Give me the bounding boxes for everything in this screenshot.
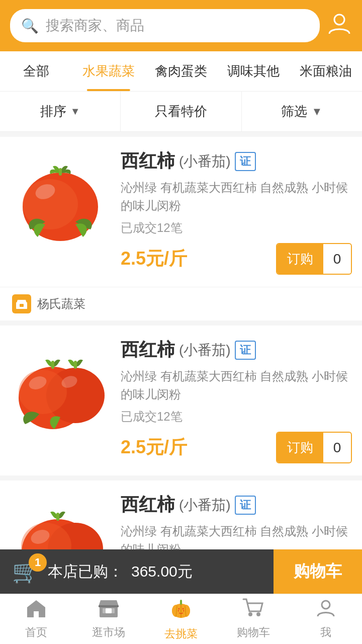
- sort-arrow-icon: ▼: [70, 106, 80, 117]
- nav-label-cart: 购物车: [237, 625, 270, 640]
- svg-rect-14: [74, 361, 77, 369]
- cert-badge: 证: [235, 496, 256, 515]
- svg-rect-21: [106, 608, 112, 613]
- product-title-main: 西红柿: [121, 338, 175, 362]
- cart-badge: 1: [29, 553, 47, 572]
- cart-button[interactable]: 购物车: [274, 549, 362, 594]
- product-title-sub: (小番茄): [179, 496, 231, 515]
- nav-item-shop[interactable]: 去挑菜: [145, 594, 217, 644]
- sort-label: 排序: [40, 103, 66, 120]
- header: 🔍 搜索商家、商品: [0, 0, 362, 51]
- category-tabs: 全部 水果蔬菜 禽肉蛋类 调味其他 米面粮油: [0, 51, 362, 92]
- order-button[interactable]: 订购: [277, 433, 323, 462]
- nav-item-market[interactable]: 逛市场: [72, 594, 145, 644]
- svg-rect-19: [56, 513, 59, 521]
- order-btn-group[interactable]: 订购 0: [276, 432, 352, 463]
- shop-icon: [170, 597, 192, 623]
- cert-badge: 证: [235, 341, 256, 360]
- cart-left: 🛒 1 本店已购： 365.00元: [0, 558, 274, 585]
- svg-rect-6: [20, 304, 24, 307]
- svg-rect-24: [99, 605, 119, 607]
- product-image: [10, 338, 111, 438]
- product-info: 西红柿 (小番茄) 证 沁州绿 有机蔬菜大西红柿 自然成熟 小时候的味儿闵粉 已…: [121, 338, 352, 463]
- product-card: 西红柿 (小番茄) 证 沁州绿 有机蔬菜大西红柿 自然成熟 小时候的味儿闵粉 已…: [0, 137, 362, 320]
- category-tab-poultry[interactable]: 禽肉蛋类: [145, 51, 217, 91]
- cert-badge: 证: [235, 152, 256, 171]
- product-sold: 已成交12笔: [121, 220, 352, 236]
- product-sold: 已成交12笔: [121, 409, 352, 425]
- category-tab-fruits[interactable]: 水果蔬菜: [72, 51, 145, 91]
- category-tab-all[interactable]: 全部: [0, 51, 72, 91]
- sort-filter[interactable]: 排序 ▼: [0, 92, 121, 131]
- screen-filter[interactable]: 筛选 ▼: [242, 92, 362, 131]
- svg-point-35: [248, 612, 252, 616]
- product-title-sub: (小番茄): [179, 341, 231, 360]
- market-icon: [98, 598, 120, 622]
- filter-bar: 排序 ▼ 只看特价 筛选 ▼: [0, 92, 362, 132]
- svg-rect-4: [59, 168, 62, 176]
- special-filter[interactable]: 只看特价: [121, 92, 241, 131]
- product-desc: 沁州绿 有机蔬菜大西红柿 自然成熟 小时候的味儿闵粉: [121, 367, 352, 404]
- order-quantity[interactable]: 0: [323, 245, 351, 273]
- category-tab-grains[interactable]: 米面粮油: [290, 51, 362, 91]
- product-title: 西红柿 (小番茄) 证: [121, 493, 352, 517]
- product-title: 西红柿 (小番茄) 证: [121, 338, 352, 362]
- svg-rect-22: [103, 608, 106, 613]
- home-icon: [26, 598, 46, 622]
- order-btn-group[interactable]: 订购 0: [276, 243, 352, 275]
- svg-rect-13: [51, 361, 54, 369]
- category-tab-seasoning[interactable]: 调味其他: [217, 51, 290, 91]
- svg-point-36: [256, 612, 260, 616]
- product-title-sub: (小番茄): [179, 152, 231, 171]
- filter-label: 筛选: [281, 103, 307, 120]
- product-card: 西红柿 (小番茄) 证 沁州绿 有机蔬菜大西红柿 自然成熟 小时候的味儿闵粉 已…: [0, 326, 362, 475]
- nav-item-me[interactable]: 我: [290, 594, 362, 644]
- nav-label-home: 首页: [25, 625, 47, 640]
- special-label: 只看特价: [155, 103, 207, 120]
- order-button[interactable]: 订购: [277, 244, 323, 274]
- product-image: [10, 149, 111, 250]
- cart-amount: 365.00元: [131, 561, 193, 582]
- cart-bar: 🛒 1 本店已购： 365.00元 购物车: [0, 549, 362, 594]
- order-quantity[interactable]: 0: [323, 434, 351, 462]
- product-title-main: 西红柿: [121, 493, 175, 517]
- nav-item-cart[interactable]: 购物车: [217, 594, 290, 644]
- bottom-nav: 首页 逛市场: [0, 594, 362, 644]
- product-bottom: 2.5元/斤 订购 0: [121, 243, 352, 275]
- nav-label-me: 我: [320, 625, 331, 640]
- svg-point-37: [322, 601, 330, 609]
- nav-cart-icon: [242, 598, 264, 622]
- store-icon: [12, 294, 31, 313]
- search-bar[interactable]: 🔍 搜索商家、商品: [10, 9, 320, 42]
- me-icon: [316, 598, 335, 622]
- store-name: 杨氏蔬菜: [37, 296, 85, 312]
- user-icon[interactable]: [327, 11, 352, 41]
- product-title-main: 西红柿: [121, 149, 175, 174]
- nav-label-shop: 去挑菜: [164, 626, 198, 641]
- product-price: 2.5元/斤: [121, 247, 187, 271]
- svg-rect-23: [112, 608, 115, 613]
- product-title: 西红柿 (小番茄) 证: [121, 149, 352, 174]
- product-desc: 沁州绿 有机蔬菜大西红柿 自然成熟 小时候的味儿闵粉: [121, 179, 352, 215]
- svg-point-10: [19, 370, 67, 414]
- cart-icon-wrap: 🛒 1: [12, 558, 40, 585]
- funnel-icon: ▼: [311, 105, 322, 118]
- nav-label-market: 逛市场: [92, 625, 125, 640]
- svg-rect-32: [180, 600, 182, 605]
- search-icon: 🔍: [21, 18, 39, 34]
- nav-item-home[interactable]: 首页: [0, 594, 72, 644]
- product-bottom: 2.5元/斤 订购 0: [121, 432, 352, 463]
- cart-btn-label: 购物车: [294, 560, 342, 583]
- svg-rect-7: [16, 302, 27, 303]
- product-price: 2.5元/斤: [121, 435, 187, 460]
- svg-point-0: [334, 15, 344, 25]
- search-input[interactable]: 搜索商家、商品: [46, 16, 144, 35]
- cart-text: 本店已购：: [48, 561, 123, 582]
- product-info: 西红柿 (小番茄) 证 沁州绿 有机蔬菜大西红柿 自然成熟 小时候的味儿闵粉 已…: [121, 149, 352, 275]
- store-row[interactable]: 杨氏蔬菜: [0, 287, 362, 320]
